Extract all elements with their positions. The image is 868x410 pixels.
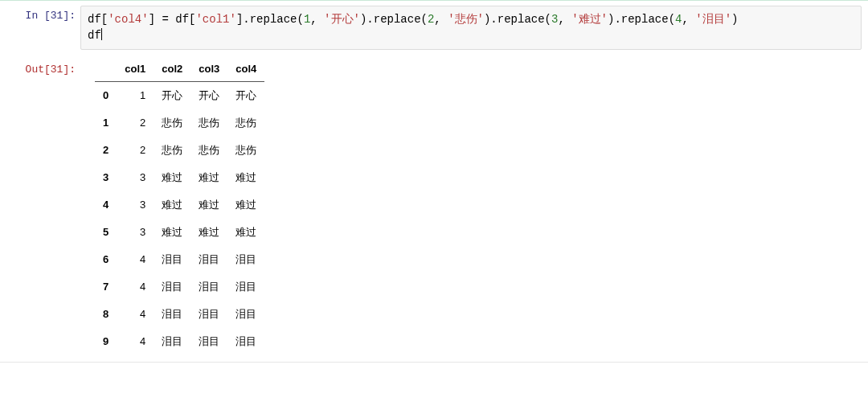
table-row-index: 5 [95, 219, 117, 246]
code-line-2: df [88, 29, 101, 42]
output-area: col1 col2 col3 col4 0 1 开心 开心 开心 [80, 55, 868, 362]
table-row-index: 4 [95, 191, 117, 219]
table-cell: 3 [117, 164, 154, 191]
table-row-index: 6 [95, 246, 117, 273]
table-cell: 2 [117, 109, 154, 137]
table-cell: 4 [117, 328, 154, 355]
table-cell: 泪目 [154, 301, 190, 328]
code-line-1: df['col4'] = df['col1'].replace(1, '开心')… [88, 13, 738, 26]
table-cell: 悲伤 [154, 109, 190, 137]
table-row: 3 3 难过 难过 难过 [95, 164, 264, 191]
table-row: 7 4 泪目 泪目 泪目 [95, 273, 264, 301]
table-row: 5 3 难过 难过 难过 [95, 219, 264, 246]
table-cell: 4 [117, 301, 154, 328]
table-col-header: col1 [117, 56, 154, 82]
table-col-header: col4 [227, 56, 264, 82]
table-cell: 泪目 [227, 273, 264, 301]
table-cell: 悲伤 [227, 137, 264, 164]
table-cell: 3 [117, 191, 154, 219]
table-cell: 难过 [154, 191, 190, 219]
table-col-header: col3 [190, 56, 227, 82]
table-cell: 悲伤 [154, 137, 190, 164]
table-cell: 2 [117, 137, 154, 164]
table-row-index: 3 [95, 164, 117, 191]
table-cell: 泪目 [154, 273, 190, 301]
table-row-index: 9 [95, 328, 117, 355]
output-prompt: Out[31]: [0, 55, 80, 362]
table-cell: 泪目 [154, 328, 190, 355]
table-cell: 开心 [190, 81, 227, 109]
table-cell: 悲伤 [190, 137, 227, 164]
table-cell: 难过 [190, 219, 227, 246]
table-cell: 泪目 [227, 301, 264, 328]
table-cell: 难过 [227, 164, 264, 191]
table-cell: 难过 [154, 219, 190, 246]
table-cell: 泪目 [190, 246, 227, 273]
table-cell: 难过 [154, 164, 190, 191]
table-row: 4 3 难过 难过 难过 [95, 191, 264, 219]
table-row-index: 7 [95, 273, 117, 301]
dataframe-table: col1 col2 col3 col4 0 1 开心 开心 开心 [95, 56, 264, 355]
table-cell: 1 [117, 81, 154, 109]
table-row: 9 4 泪目 泪目 泪目 [95, 328, 264, 355]
table-body: 0 1 开心 开心 开心 1 2 悲伤 悲伤 悲伤 2 [95, 81, 264, 355]
table-cell: 4 [117, 246, 154, 273]
table-row: 8 4 泪目 泪目 泪目 [95, 301, 264, 328]
output-cell-row: Out[31]: col1 col2 col3 col4 0 1 [0, 55, 868, 362]
table-row-index: 2 [95, 137, 117, 164]
table-cell: 泪目 [190, 301, 227, 328]
table-row: 1 2 悲伤 悲伤 悲伤 [95, 109, 264, 137]
table-cell: 悲伤 [227, 109, 264, 137]
table-row-index: 0 [95, 81, 117, 109]
table-row: 2 2 悲伤 悲伤 悲伤 [95, 137, 264, 164]
notebook-cell: In [31]: df['col4'] = df['col1'].replace… [0, 0, 868, 363]
table-corner [95, 56, 117, 82]
table-header-row: col1 col2 col3 col4 [95, 56, 264, 82]
table-cell: 难过 [190, 164, 227, 191]
table-cell: 泪目 [227, 328, 264, 355]
table-cell: 泪目 [227, 246, 264, 273]
table-cell: 难过 [190, 191, 227, 219]
table-col-header: col2 [154, 56, 190, 82]
table-row-index: 1 [95, 109, 117, 137]
table-cell: 泪目 [190, 273, 227, 301]
table-cell: 3 [117, 219, 154, 246]
table-row: 6 4 泪目 泪目 泪目 [95, 246, 264, 273]
table-cell: 开心 [154, 81, 190, 109]
table-cell: 难过 [227, 191, 264, 219]
table-cell: 难过 [227, 219, 264, 246]
text-cursor-icon [101, 28, 102, 40]
input-cell-row: In [31]: df['col4'] = df['col1'].replace… [0, 1, 868, 55]
input-prompt: In [31]: [0, 1, 80, 55]
table-cell: 泪目 [190, 328, 227, 355]
table-row: 0 1 开心 开心 开心 [95, 81, 264, 109]
code-input[interactable]: df['col4'] = df['col1'].replace(1, '开心')… [80, 6, 862, 50]
table-cell: 4 [117, 273, 154, 301]
table-cell: 悲伤 [190, 109, 227, 137]
table-row-index: 8 [95, 301, 117, 328]
table-cell: 泪目 [154, 246, 190, 273]
table-cell: 开心 [227, 81, 264, 109]
